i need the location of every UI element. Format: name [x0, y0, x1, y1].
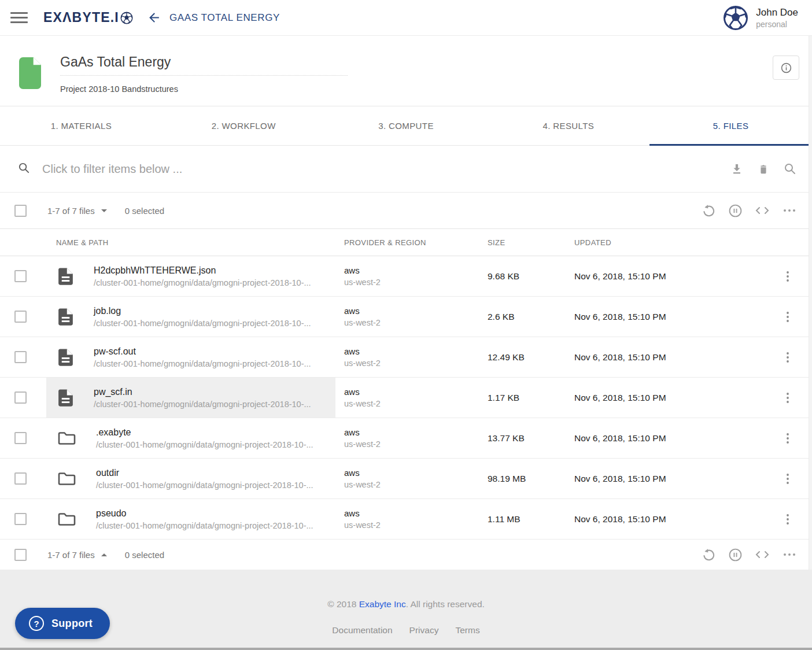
- row-checkbox[interactable]: [14, 351, 27, 363]
- file-size: 2.6 KB: [480, 297, 567, 337]
- pagination-range-bottom[interactable]: 1-7 of 7 files: [47, 550, 107, 560]
- select-all-checkbox[interactable]: [14, 205, 27, 217]
- table-row[interactable]: job.log /cluster-001-home/gmogni/data/gm…: [0, 297, 812, 337]
- tab-files[interactable]: 5. FILES: [649, 106, 812, 145]
- file-name: H2dcpbhWhTTEHERWE.json: [94, 265, 311, 276]
- filter-search-icon: [17, 161, 31, 177]
- code-button-bottom[interactable]: [755, 548, 770, 561]
- list-toolbar-bottom: 1-7 of 7 files 0 selected: [0, 540, 812, 570]
- table-row[interactable]: outdir /cluster-001-home/gmogni/data/gmo…: [0, 459, 812, 499]
- row-menu-button[interactable]: [782, 270, 793, 283]
- file-path: /cluster-001-home/gmogni/data/gmogni-pro…: [94, 319, 311, 328]
- user-account: personal: [756, 20, 798, 29]
- row-checkbox[interactable]: [14, 513, 27, 525]
- row-menu-button[interactable]: [782, 351, 793, 364]
- filter-input[interactable]: [41, 162, 481, 176]
- row-name-cell[interactable]: pseudo /cluster-001-home/gmogni/data/gmo…: [46, 499, 335, 539]
- copyright-prefix: © 2018: [327, 599, 359, 609]
- file-updated: Nov 6, 2018, 15:10 PM: [567, 378, 777, 418]
- file-updated: Nov 6, 2018, 15:10 PM: [567, 418, 777, 458]
- select-all-checkbox-bottom[interactable]: [14, 549, 27, 561]
- hamburger-menu-icon[interactable]: [10, 9, 28, 26]
- header-name-path[interactable]: NAME & PATH: [46, 238, 335, 247]
- download-button[interactable]: [730, 162, 744, 176]
- row-menu-button[interactable]: [782, 472, 793, 485]
- provider: aws: [344, 265, 381, 275]
- table-row[interactable]: pw_scf.in /cluster-001-home/gmogni/data/…: [0, 378, 812, 418]
- question-mark-icon: ?: [29, 616, 44, 631]
- table-row[interactable]: pseudo /cluster-001-home/gmogni/data/gmo…: [0, 499, 812, 540]
- footer-link-privacy[interactable]: Privacy: [409, 625, 439, 636]
- more-button-bottom[interactable]: [782, 548, 797, 562]
- folder-icon: [58, 431, 76, 446]
- tab-materials[interactable]: 1. MATERIALS: [0, 106, 163, 145]
- footer-link-terms[interactable]: Terms: [455, 625, 479, 636]
- row-checkbox[interactable]: [14, 311, 27, 323]
- row-checkbox[interactable]: [14, 270, 27, 282]
- pause-button-bottom[interactable]: [728, 548, 743, 562]
- refresh-button-bottom[interactable]: [702, 548, 716, 562]
- file-name: pseudo: [96, 508, 313, 519]
- region: us-west-2: [344, 278, 381, 287]
- tab-results[interactable]: 4. RESULTS: [487, 106, 649, 145]
- tab-workflow[interactable]: 2. WORKFLOW: [163, 106, 325, 145]
- provider: aws: [344, 468, 381, 478]
- row-menu-button[interactable]: [782, 311, 793, 323]
- search-button[interactable]: [783, 162, 797, 176]
- file-size: 1.17 KB: [480, 378, 567, 418]
- table-row[interactable]: .exabyte /cluster-001-home/gmogni/data/g…: [0, 418, 812, 459]
- row-menu-button[interactable]: [782, 513, 793, 526]
- row-name-cell[interactable]: H2dcpbhWhTTEHERWE.json /cluster-001-home…: [46, 256, 335, 296]
- row-menu-button[interactable]: [782, 432, 793, 445]
- header-updated[interactable]: UPDATED: [567, 238, 777, 247]
- file-table-body: H2dcpbhWhTTEHERWE.json /cluster-001-home…: [0, 256, 812, 540]
- row-menu-button[interactable]: [782, 392, 793, 404]
- header-page-title: GAAS TOTAL ENERGY: [169, 12, 280, 24]
- range-text: 1-7 of 7 files: [47, 206, 95, 216]
- file-name: .exabyte: [96, 427, 313, 438]
- table-row[interactable]: H2dcpbhWhTTEHERWE.json /cluster-001-home…: [0, 256, 812, 297]
- exabyte-logo[interactable]: EXΛBYTE.I: [43, 10, 133, 25]
- header-size[interactable]: SIZE: [480, 238, 567, 247]
- window-bottom-edge: [0, 648, 812, 650]
- row-name-cell[interactable]: outdir /cluster-001-home/gmogni/data/gmo…: [46, 459, 335, 498]
- document-icon: [58, 268, 73, 285]
- scrollbar[interactable]: [809, 36, 812, 570]
- user-info[interactable]: John Doe personal: [756, 7, 798, 29]
- delete-button[interactable]: [757, 162, 770, 176]
- file-updated: Nov 6, 2018, 15:10 PM: [567, 297, 777, 337]
- refresh-button[interactable]: [702, 204, 716, 218]
- job-file-icon: [19, 57, 41, 92]
- file-name: job.log: [94, 306, 311, 316]
- row-checkbox[interactable]: [14, 432, 27, 444]
- row-checkbox[interactable]: [14, 392, 27, 404]
- footer-link-documentation[interactable]: Documentation: [332, 625, 392, 636]
- tab-compute[interactable]: 3. COMPUTE: [325, 106, 488, 145]
- row-name-cell[interactable]: pw-scf.out /cluster-001-home/gmogni/data…: [46, 337, 335, 377]
- back-arrow-icon[interactable]: [147, 10, 161, 25]
- more-button[interactable]: [782, 204, 797, 217]
- table-row[interactable]: pw-scf.out /cluster-001-home/gmogni/data…: [0, 337, 812, 378]
- company-link[interactable]: Exabyte Inc: [359, 599, 406, 609]
- job-tabs: 1. MATERIALS 2. WORKFLOW 3. COMPUTE 4. R…: [0, 106, 812, 146]
- job-title-underline: GaAs Total Energy: [60, 54, 348, 76]
- pause-button[interactable]: [728, 204, 743, 218]
- code-button[interactable]: [755, 204, 770, 217]
- document-icon: [58, 349, 73, 366]
- row-name-cell[interactable]: pw_scf.in /cluster-001-home/gmogni/data/…: [46, 378, 335, 418]
- folder-icon: [58, 512, 76, 527]
- user-avatar[interactable]: [723, 5, 748, 31]
- job-subtitle: Project 2018-10 Bandstructures: [60, 84, 178, 94]
- document-icon: [58, 308, 73, 326]
- pagination-range[interactable]: 1-7 of 7 files: [47, 206, 107, 216]
- header-provider-region[interactable]: PROVIDER & REGION: [335, 238, 480, 247]
- row-checkbox[interactable]: [14, 472, 27, 485]
- support-label: Support: [51, 618, 93, 630]
- row-name-cell[interactable]: job.log /cluster-001-home/gmogni/data/gm…: [46, 297, 335, 337]
- logo-text: EXΛBYTE.I: [43, 10, 119, 25]
- row-name-cell[interactable]: .exabyte /cluster-001-home/gmogni/data/g…: [46, 418, 335, 458]
- region: us-west-2: [344, 480, 381, 489]
- provider: aws: [344, 346, 381, 356]
- info-button[interactable]: [773, 56, 799, 80]
- support-button[interactable]: ? Support: [15, 608, 110, 639]
